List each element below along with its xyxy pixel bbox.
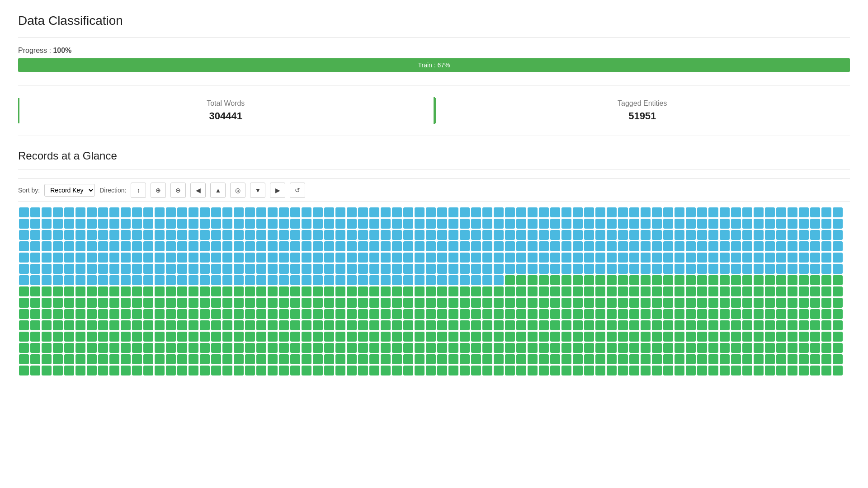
grid-cell <box>471 230 481 240</box>
grid-cell <box>279 286 289 296</box>
grid-cell <box>211 309 221 319</box>
grid-cell <box>132 264 142 274</box>
grid-cell <box>222 343 232 353</box>
grid-cell <box>132 354 142 364</box>
grid-cell <box>573 207 583 217</box>
grid-cell <box>810 298 820 308</box>
grid-cell <box>426 320 436 330</box>
grid-cell <box>765 354 775 364</box>
zoom-out-button[interactable]: ⊖ <box>170 183 186 198</box>
direction-toggle-button[interactable]: ↕ <box>131 183 146 198</box>
grid-cell <box>313 320 323 330</box>
grid-cell <box>392 309 402 319</box>
grid-cell <box>799 219 809 229</box>
grid-cell <box>279 241 289 251</box>
grid-cell <box>437 241 447 251</box>
grid-cell <box>381 309 391 319</box>
grid-cell <box>561 253 571 263</box>
grid-cell <box>132 253 142 263</box>
grid-cell <box>607 298 617 308</box>
grid-cell <box>720 207 730 217</box>
grid-cell <box>675 275 684 285</box>
grid-cell <box>539 264 549 274</box>
refresh-button[interactable]: ↺ <box>290 183 305 198</box>
grid-cell <box>53 207 63 217</box>
grid-cell <box>98 253 108 263</box>
grid-cell <box>30 275 40 285</box>
grid-cell <box>505 286 515 296</box>
grid-cell <box>675 354 684 364</box>
grid-cell <box>482 230 492 240</box>
grid-cell <box>528 354 538 364</box>
grid-cell <box>166 332 176 342</box>
grid-cell <box>189 241 198 251</box>
grid-cell <box>211 264 221 274</box>
grid-cell <box>448 241 458 251</box>
grid-cell <box>595 219 605 229</box>
grid-cell <box>245 320 255 330</box>
grid-cell <box>821 241 831 251</box>
arrow-left-button[interactable]: ◀ <box>190 183 206 198</box>
grid-cell <box>75 219 85 229</box>
grid-cell <box>516 207 526 217</box>
grid-cell <box>528 219 538 229</box>
grid-cell <box>516 320 526 330</box>
grid-cell <box>19 264 29 274</box>
grid-cell <box>471 343 481 353</box>
grid-cell <box>415 241 425 251</box>
grid-cell <box>584 207 594 217</box>
grid-cell <box>426 343 436 353</box>
arrow-up-button[interactable]: ▲ <box>210 183 226 198</box>
grid-cell <box>358 207 368 217</box>
grid-cell <box>731 207 741 217</box>
arrow-down-button[interactable]: ▼ <box>250 183 265 198</box>
grid-cell <box>448 366 458 375</box>
grid-cell <box>290 264 300 274</box>
grid-cell <box>64 219 74 229</box>
grid-cell <box>109 275 119 285</box>
grid-cell <box>222 320 232 330</box>
grid-cell <box>211 207 221 217</box>
zoom-in-button[interactable]: ⊕ <box>151 183 166 198</box>
grid-cell <box>754 264 764 274</box>
grid-cell <box>369 219 379 229</box>
grid-cell <box>64 366 74 375</box>
grid-cell <box>234 241 244 251</box>
grid-cell <box>765 230 775 240</box>
grid-cell <box>177 241 187 251</box>
grid-cell <box>42 286 52 296</box>
grid-cell <box>482 366 492 375</box>
grid-cell <box>482 264 492 274</box>
sort-by-select[interactable]: Record Key <box>44 184 95 197</box>
grid-cell <box>561 366 571 375</box>
grid-cell <box>686 219 696 229</box>
grid-cell <box>550 230 560 240</box>
grid-cell <box>528 241 538 251</box>
grid-cell <box>539 230 549 240</box>
grid-cell <box>754 354 764 364</box>
grid-cell <box>392 332 402 342</box>
grid-cell <box>358 366 368 375</box>
grid-cell <box>754 298 764 308</box>
grid-cell <box>561 298 571 308</box>
grid-cell <box>607 366 617 375</box>
grid-cell <box>663 275 673 285</box>
grid-cell <box>234 275 244 285</box>
grid-cell <box>109 309 119 319</box>
grid-cell <box>98 343 108 353</box>
grid-cell <box>335 241 345 251</box>
grid-cell <box>121 241 131 251</box>
grid-cell <box>561 275 571 285</box>
arrow-right-button[interactable]: ▶ <box>270 183 285 198</box>
grid-cell <box>765 309 775 319</box>
grid-cell <box>132 207 142 217</box>
grid-cell <box>121 230 131 240</box>
grid-cell <box>720 219 730 229</box>
grid-cell <box>494 354 504 364</box>
grid-cell <box>471 354 481 364</box>
target-button[interactable]: ◎ <box>230 183 245 198</box>
grid-cell <box>742 264 752 274</box>
grid-cell <box>53 286 63 296</box>
grid-cell <box>143 343 153 353</box>
grid-cell <box>155 241 165 251</box>
